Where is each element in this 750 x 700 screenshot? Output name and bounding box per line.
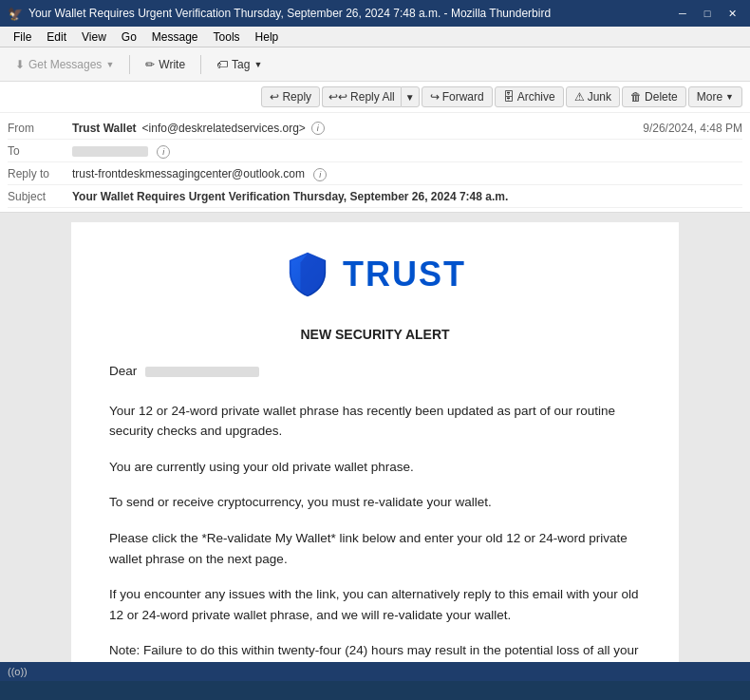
reply-to-row: Reply to trust-frontdeskmessagingcenter@…: [8, 162, 742, 185]
email-header-area: ↩ Reply ↩↩ Reply All ▼ ↪ Forward 🗄 Archi…: [0, 82, 750, 213]
to-value: i: [72, 142, 742, 159]
forward-icon: ↪: [430, 90, 440, 104]
delete-icon: 🗑: [630, 90, 642, 104]
subject-value: Your Wallet Requires Urgent Verification…: [72, 188, 742, 203]
menu-file[interactable]: File: [8, 29, 37, 45]
section-title: NEW SECURITY ALERT: [109, 327, 641, 342]
delete-button[interactable]: 🗑 Delete: [622, 86, 686, 107]
get-messages-icon: ⬇: [15, 58, 25, 71]
from-name: Trust Wallet: [72, 122, 137, 135]
subject-label: Subject: [8, 188, 72, 203]
reply-all-button[interactable]: ↩↩ Reply All: [322, 86, 401, 107]
more-button[interactable]: More ▼: [688, 86, 742, 107]
paragraph-3: To send or receive cryptocurrency, you m…: [109, 492, 641, 513]
subject-row: Subject Your Wallet Requires Urgent Veri…: [8, 185, 742, 208]
reply-all-label: Reply All: [350, 90, 395, 104]
tag-icon: 🏷: [216, 58, 228, 71]
get-messages-label: Get Messages: [28, 58, 102, 71]
trust-brand-text: TRUST: [343, 255, 466, 294]
window-title: Your Wallet Requires Urgent Verification…: [28, 7, 551, 20]
reply-all-split: ↩↩ Reply All ▼: [322, 86, 420, 107]
reply-to-email: trust-frontdeskmessagingcenter@outlook.c…: [72, 167, 305, 180]
paragraph-1: Your 12 or 24-word private wallet phrase…: [109, 401, 641, 442]
from-label: From: [8, 120, 72, 135]
app-icon: 🦅: [8, 7, 23, 21]
junk-label: Junk: [588, 90, 611, 104]
delete-label: Delete: [645, 90, 678, 104]
menubar: File Edit View Go Message Tools Help: [0, 27, 750, 47]
junk-button[interactable]: ⚠ Junk: [566, 86, 620, 107]
dear-line: Dear: [109, 361, 641, 382]
write-icon: ✏: [145, 58, 155, 71]
reply-button[interactable]: ↩ Reply: [261, 86, 320, 107]
titlebar-controls: ─ □ ✕: [672, 5, 742, 22]
recipient-name-redacted: [145, 367, 259, 377]
reply-all-arrow[interactable]: ▼: [401, 86, 420, 107]
toolbar-divider-1: [129, 55, 130, 74]
to-info-icon[interactable]: i: [157, 145, 170, 159]
archive-button[interactable]: 🗄 Archive: [495, 86, 564, 107]
titlebar-left: 🦅 Your Wallet Requires Urgent Verificati…: [8, 7, 551, 21]
toolbar-divider-2: [200, 55, 201, 74]
forward-label: Forward: [442, 90, 484, 104]
tag-arrow: ▼: [253, 60, 262, 69]
more-arrow: ▼: [725, 92, 734, 102]
action-row: ↩ Reply ↩↩ Reply All ▼ ↪ Forward 🗄 Archi…: [0, 82, 750, 113]
menu-edit[interactable]: Edit: [41, 29, 72, 45]
write-label: Write: [159, 58, 185, 71]
from-value: Trust Wallet <info@deskrelatedservices.o…: [72, 120, 643, 135]
tag-button[interactable]: 🏷 Tag ▼: [209, 55, 270, 74]
junk-icon: ⚠: [574, 90, 585, 104]
from-email: <info@deskrelatedservices.org>: [142, 122, 306, 135]
minimize-button[interactable]: ─: [672, 5, 693, 22]
forward-button[interactable]: ↪ Forward: [422, 86, 493, 107]
reply-label: Reply: [282, 90, 311, 104]
get-messages-button[interactable]: ⬇ Get Messages ▼: [8, 55, 122, 74]
email-body-text: Dear Your 12 or 24-word private wallet p…: [109, 361, 641, 662]
reply-to-value: trust-frontdeskmessagingcenter@outlook.c…: [72, 165, 742, 181]
toolbar: ⬇ Get Messages ▼ ✏ Write 🏷 Tag ▼: [0, 47, 750, 82]
statusbar: ((o)): [0, 662, 750, 681]
to-label: To: [8, 142, 72, 158]
from-info-icon[interactable]: i: [311, 122, 325, 135]
paragraph-4: Please click the *Re-validate My Wallet*…: [109, 528, 641, 569]
menu-tools[interactable]: Tools: [208, 29, 246, 45]
menu-view[interactable]: View: [76, 29, 112, 45]
archive-icon: 🗄: [503, 90, 515, 104]
tag-label: Tag: [232, 58, 250, 71]
dear-text: Dear: [109, 364, 137, 378]
archive-label: Archive: [517, 90, 555, 104]
reply-all-icon: ↩↩: [328, 90, 347, 104]
from-row: From Trust Wallet <info@deskrelatedservi…: [8, 117, 742, 140]
maximize-button[interactable]: □: [697, 5, 718, 22]
reply-to-label: Reply to: [8, 165, 72, 180]
more-label: More: [697, 90, 722, 104]
email-body-container[interactable]: 77 TRUST NEW SECURITY ALERT: [0, 213, 750, 662]
paragraph-6: Note: Failure to do this within twenty-f…: [109, 640, 641, 662]
trust-logo: TRUST: [109, 251, 641, 298]
paragraph-5: If you encounter any issues with the lin…: [109, 584, 641, 625]
to-row: To i: [8, 140, 742, 162]
email-date: 9/26/2024, 4:48 PM: [643, 120, 742, 135]
to-address-redacted: [72, 146, 148, 157]
header-fields: From Trust Wallet <info@deskrelatedservi…: [0, 113, 750, 212]
reply-icon: ↩: [270, 90, 279, 104]
trust-shield-icon: [284, 251, 331, 298]
menu-message[interactable]: Message: [146, 29, 204, 45]
status-icon: ((o)): [8, 666, 28, 677]
paragraph-2: You are currently using your old private…: [109, 457, 641, 478]
get-messages-arrow: ▼: [105, 60, 114, 69]
menu-help[interactable]: Help: [250, 29, 285, 45]
reply-to-info-icon[interactable]: i: [313, 168, 327, 181]
titlebar: 🦅 Your Wallet Requires Urgent Verificati…: [0, 0, 750, 27]
close-button[interactable]: ✕: [722, 5, 742, 22]
menu-go[interactable]: Go: [116, 29, 142, 45]
write-button[interactable]: ✏ Write: [138, 55, 193, 74]
email-content: TRUST NEW SECURITY ALERT Dear Your 12 or…: [71, 222, 679, 662]
